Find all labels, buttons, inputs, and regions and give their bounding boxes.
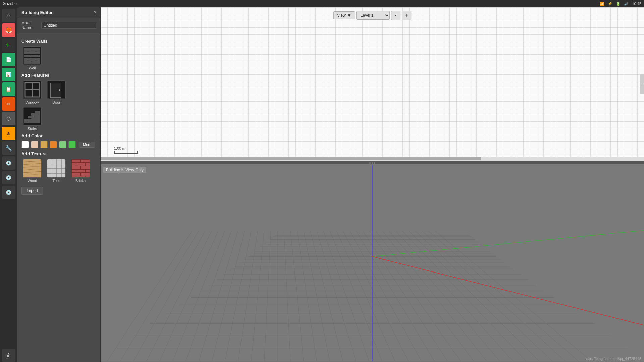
svg-point-21 [59, 89, 60, 91]
scale-bar [114, 151, 138, 154]
svg-rect-32 [23, 159, 42, 178]
3d-view: Building is View Only [101, 164, 644, 362]
view-label: View [337, 13, 346, 18]
taskbar-icon-amazon[interactable]: a [2, 127, 15, 140]
color-swatch-skin[interactable] [31, 141, 38, 148]
topbar-network-icon: 📶 [600, 2, 604, 6]
color-swatch-yellow[interactable] [40, 141, 48, 148]
window-tool[interactable]: Window [21, 80, 43, 104]
horizontal-scrollbar[interactable] [101, 157, 644, 161]
taskbar-icon-gazebo[interactable]: ⬡ [2, 112, 15, 125]
divider-dot-3 [374, 162, 375, 164]
stairs-tool[interactable]: Stairs [21, 107, 43, 131]
svg-line-85 [428, 230, 579, 361]
scrollbar-thumb[interactable] [101, 157, 481, 160]
create-walls-grid: Wall [21, 46, 96, 70]
wood-label: Wood [28, 179, 37, 183]
topbar-left: Gazebo [3, 1, 17, 6]
add-features-grid: Window Door [21, 80, 96, 104]
svg-line-89 [238, 230, 258, 361]
stairs-grid: Stairs [21, 107, 96, 131]
svg-line-73 [350, 230, 422, 361]
svg-rect-23 [24, 121, 28, 123]
url-bar: https://blog.csdn.net/qq_44725448 [585, 357, 641, 361]
svg-line-76 [369, 230, 461, 361]
zoom-minus-button[interactable]: - [391, 11, 400, 20]
svg-line-92 [199, 230, 238, 361]
grid-vertical-lines [107, 230, 592, 361]
model-name-input[interactable] [41, 22, 96, 29]
svg-rect-26 [28, 116, 31, 118]
wall-svg [24, 47, 41, 64]
svg-rect-27 [31, 116, 35, 123]
tiles-svg [47, 159, 66, 178]
taskbar-icon-calc[interactable]: 📊 [2, 68, 15, 81]
svg-line-97 [133, 230, 206, 361]
taskbar-icon-files[interactable]: 📄 [2, 53, 15, 66]
svg-rect-2 [32, 48, 40, 51]
tiles-texture-item[interactable]: Tiles [46, 159, 67, 183]
svg-line-63 [284, 230, 291, 361]
model-name-label: Model Name: [21, 21, 39, 30]
topbar-right: 📶 ⚡ 🔋 🔊 10:45 [600, 2, 641, 6]
content-area: View ▼ Level 1 - + 1.00 m ‹ [101, 7, 644, 362]
color-swatch-white[interactable] [21, 141, 29, 148]
svg-rect-1 [24, 48, 32, 51]
taskbar-icon-tools[interactable]: 🔧 [2, 141, 15, 155]
taskbar-icon-browser[interactable]: 🦊 [2, 23, 15, 37]
divider-dot-2 [372, 162, 373, 164]
svg-line-99 [107, 230, 193, 361]
svg-line-84 [421, 230, 565, 361]
svg-rect-4 [28, 51, 36, 54]
view-divider[interactable] [101, 162, 644, 164]
model-name-row: Model Name: [17, 18, 100, 33]
svg-rect-58 [81, 173, 90, 176]
topbar-battery-icon: 🔋 [616, 2, 621, 6]
panel-help-button[interactable]: ? [94, 10, 96, 15]
tiles-label: Tiles [53, 179, 60, 183]
color-swatch-orange[interactable] [50, 141, 57, 148]
svg-rect-59 [72, 176, 76, 178]
stairs-svg [24, 108, 41, 125]
wall-tool[interactable]: Wall [21, 46, 43, 70]
color-swatch-green-light[interactable] [59, 141, 66, 148]
svg-line-78 [382, 230, 487, 361]
wood-texture-icon [23, 159, 42, 178]
taskbar-icon-disk1[interactable]: 💿 [2, 156, 15, 170]
scale-ruler: 1.00 m [114, 146, 138, 154]
svg-line-67 [310, 230, 343, 361]
create-walls-title: Create Walls [21, 39, 96, 44]
collapse-handle[interactable]: ‹ [640, 74, 644, 94]
svg-line-69 [323, 230, 369, 361]
taskbar-icon-list[interactable]: 📋 [2, 82, 15, 96]
topbar: Gazebo 📶 ⚡ 🔋 🔊 10:45 [0, 0, 644, 7]
import-button[interactable]: Import [21, 187, 43, 195]
tiles-texture-icon [47, 159, 66, 178]
svg-rect-51 [86, 163, 90, 166]
svg-line-66 [304, 230, 330, 361]
zoom-plus-button[interactable]: + [402, 11, 411, 20]
divider-dot-1 [369, 162, 371, 164]
svg-rect-5 [36, 51, 40, 54]
taskbar-icon-disk2[interactable]: 💿 [2, 171, 15, 184]
color-swatch-green[interactable] [68, 141, 76, 148]
more-colors-button[interactable]: More [79, 142, 95, 148]
bricks-texture-item[interactable]: Bricks [70, 159, 91, 183]
wood-texture-item[interactable]: Wood [21, 159, 43, 183]
door-tool[interactable]: Door [46, 80, 67, 104]
topbar-bluetooth-icon: ⚡ [608, 2, 612, 6]
svg-rect-9 [28, 58, 36, 61]
color-swatches-row: More [21, 141, 96, 148]
taskbar-icon-terminal[interactable]: $_ [2, 38, 15, 52]
svg-line-80 [395, 230, 513, 361]
taskbar-icon-trash[interactable]: 🗑 [2, 349, 15, 362]
taskbar-icon-disk3[interactable]: 💿 [2, 186, 15, 199]
stairs-label: Stairs [28, 127, 37, 131]
taskbar-icon-draw[interactable]: ✏ [2, 97, 15, 111]
svg-line-79 [389, 230, 500, 361]
svg-rect-48 [81, 160, 90, 162]
level-select[interactable]: Level 1 [356, 11, 390, 20]
view-dropdown-button[interactable]: View ▼ [333, 11, 355, 19]
taskbar-icon-home[interactable]: ⌂ [2, 9, 15, 22]
svg-line-72 [343, 230, 408, 361]
